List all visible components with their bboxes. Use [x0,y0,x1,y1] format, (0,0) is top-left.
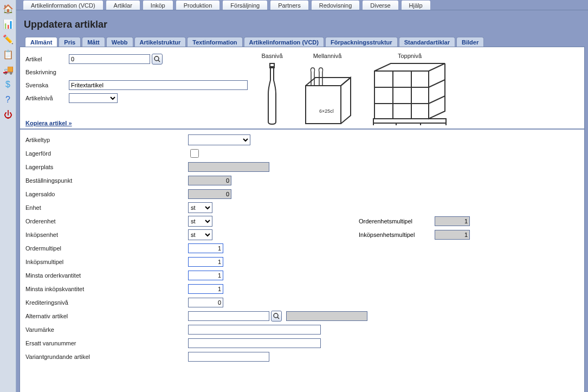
tab-artikelinformation-vcd[interactable]: Artikelinformation (VCD) [244,37,324,47]
lagerplats-input[interactable] [188,162,269,172]
minsta-inkop-input[interactable] [188,284,223,294]
orderenhetsmultipel-label: Orderenhetsmultipel [359,218,435,224]
lagerford-checkbox[interactable] [190,149,199,158]
basniva-image [259,61,286,126]
svg-rect-11 [373,119,446,123]
search-icon [273,313,280,319]
svg-line-17 [277,317,279,319]
minsta-order-input[interactable] [188,271,223,280]
svg-line-10 [429,96,445,104]
form-panel: Artikel Beskrivning Svenska Art [20,47,585,392]
svg-line-9 [429,80,445,87]
tab-allmant[interactable]: Allmänt [25,37,57,47]
beskrivning-label: Beskrivning [25,69,69,75]
svg-rect-4 [374,71,429,119]
ersatt-varunummer-input[interactable] [188,338,321,348]
mellanniva-image: 6×25cl [298,61,357,126]
basniva-label: Basnivå [261,53,282,59]
chart-icon[interactable]: 📊 [2,17,15,30]
svg-point-16 [274,313,278,318]
lagersaldo-label: Lagersaldo [25,191,188,197]
icon-rail: 🏠 📊 ✏️ 📋 🚚 $ ? ⏻ [0,0,16,392]
calendar-icon[interactable]: 📋 [2,48,15,61]
alt-artikel-desc-input [286,311,367,321]
menu-artiklar[interactable]: Artiklar [106,0,140,10]
inkopsenhetsmultipel-input[interactable] [435,230,470,240]
top-menubar: Artikelinformation (VCD) Artiklar Inköp … [16,0,588,10]
inkopsenhetsmultipel-label: Inköpsenhetsmultipel [359,232,435,238]
tab-standardartiklar[interactable]: Standardartiklar [399,37,455,47]
inkopsmultipel-label: Inköpsmultipel [25,259,188,265]
tab-textinformation[interactable]: Textinformation [187,37,242,47]
tab-matt[interactable]: Mått [82,37,105,47]
artikeltyp-label: Artikeltyp [25,137,188,143]
help-icon[interactable]: ? [2,93,15,106]
alt-artikel-label: Alternativ artikel [25,313,188,319]
lagerplats-label: Lagerplats [25,164,188,170]
tab-webb[interactable]: Webb [106,37,133,47]
tab-artikelstruktur[interactable]: Artikelstruktur [134,37,186,47]
menu-produktion[interactable]: Produktion [176,0,221,10]
kopiera-artikel-link[interactable]: Kopiera artikel » [25,120,72,126]
toppniva-label: Toppnivå [398,53,422,59]
variant-input[interactable] [188,352,269,362]
truck-icon[interactable]: 🚚 [2,63,15,76]
orderenhet-select[interactable]: st [188,216,212,227]
menu-artikelinformation-vcd[interactable]: Artikelinformation (VCD) [23,0,104,10]
menu-forsaljning[interactable]: Försäljning [222,0,268,10]
varumarke-input[interactable] [188,325,321,335]
inkopsenhet-label: Inköpsenhet [25,232,188,238]
artikeltyp-select[interactable] [188,134,250,145]
artikelniva-label: Artikelnivå [25,95,69,101]
artikel-search-button[interactable] [152,54,163,65]
svg-point-0 [154,56,159,61]
main-area: Artikelinformation (VCD) Artiklar Inköp … [16,0,588,392]
menu-hjalp[interactable]: Hjälp [401,0,431,10]
edit-icon[interactable]: ✏️ [2,33,15,46]
enhet-label: Enhet [25,204,188,211]
ersatt-varunummer-label: Ersatt varunummer [25,340,188,346]
krediteringsniva-input[interactable] [188,298,223,307]
inkopsmultipel-input[interactable] [188,257,223,267]
alt-artikel-search-button[interactable] [271,311,282,322]
form-scroll-area[interactable]: Artikeltyp Lagerförd Lagerplats Beställn… [20,130,584,392]
minsta-inkop-label: Minsta inköpskvantitet [25,286,188,292]
orderenhet-label: Orderenhet [25,218,188,224]
search-icon [154,56,160,62]
enhet-select[interactable]: st [188,202,212,213]
minsta-order-label: Minsta orderkvantitet [25,272,188,279]
lagerford-label: Lagerförd [25,150,188,157]
page-title: Uppdatera artiklar [16,10,588,37]
dollar-icon[interactable]: $ [2,78,15,91]
lagersaldo-input[interactable] [188,189,231,199]
svenska-input[interactable] [69,80,248,90]
svg-text:6×25cl: 6×25cl [319,108,334,114]
artikel-label: Artikel [25,56,69,62]
inkopsenhet-select[interactable]: st [188,229,212,240]
menu-diverse[interactable]: Diverse [362,0,398,10]
krediteringsniva-label: Krediteringsnivå [25,299,188,306]
menu-inkop[interactable]: Inköp [143,0,173,10]
svenska-label: Svenska [25,82,69,88]
varumarke-label: Varumärke [25,326,188,333]
alt-artikel-input[interactable] [188,311,269,321]
form-tabstrip: Allmänt Pris Mått Webb Artikelstruktur T… [16,37,588,47]
ordermultipel-label: Ordermultipel [25,245,188,252]
menu-partners[interactable]: Partners [270,0,309,10]
power-icon[interactable]: ⏻ [2,108,15,121]
artikel-input[interactable] [69,54,150,64]
tab-forpackningsstruktur[interactable]: Förpackningsstruktur [325,37,398,47]
variant-label: Variantgrundande artikel [25,354,188,360]
mellanniva-label: Mellannivå [313,53,342,59]
bestallningspunkt-label: Beställningspunkt [25,177,188,184]
svg-line-1 [158,60,160,62]
bestallningspunkt-input[interactable] [188,176,231,185]
toppniva-image [369,61,450,126]
tab-pris[interactable]: Pris [59,37,81,47]
ordermultipel-input[interactable] [188,243,223,253]
home-icon[interactable]: 🏠 [2,2,15,15]
tab-bilder[interactable]: Bilder [456,37,484,47]
menu-redovisning[interactable]: Redovisning [311,0,360,10]
artikelniva-select[interactable] [69,93,118,103]
orderenhetsmultipel-input[interactable] [435,216,470,226]
